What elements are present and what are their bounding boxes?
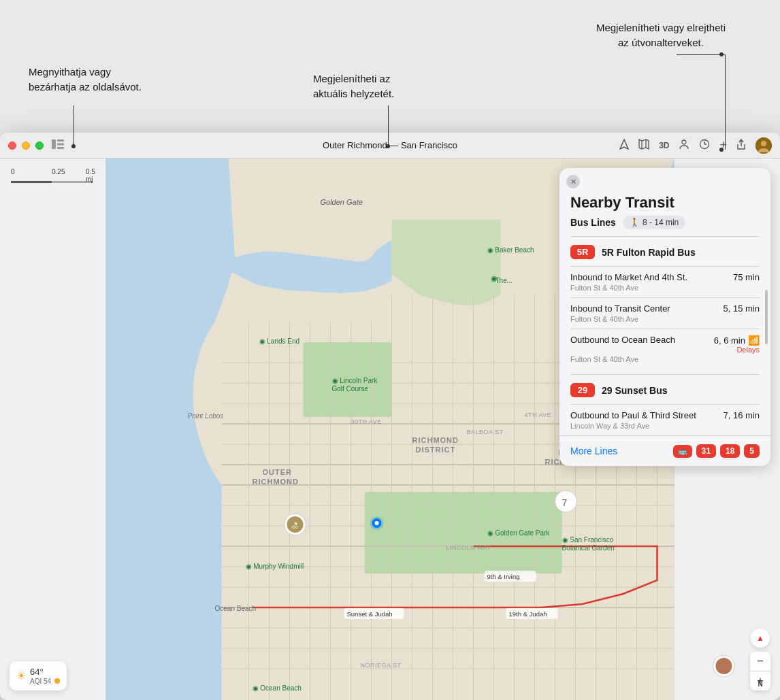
bus-29-header: 29 29 Sunset Bus — [570, 383, 760, 397]
route-item-29-1[interactable]: Outbound to Paul & Third Street 7, 16 mi… — [570, 404, 760, 435]
routes-annotation: Megjelenítheti vagy elrejtheti az útvona… — [596, 20, 726, 50]
svg-text:NORIEGA ST: NORIEGA ST — [361, 662, 402, 669]
panel-content[interactable]: 5R 5R Fulton Rapid Bus Inbound to Market… — [559, 237, 770, 466]
share-button[interactable] — [736, 139, 746, 152]
bus-line-29-section: 29 29 Sunset Bus Outbound to Paul & Thir… — [559, 375, 770, 435]
weather-aqi: AQI 54 — [30, 678, 60, 685]
add-button[interactable]: + — [719, 138, 727, 152]
maximize-button[interactable] — [35, 141, 44, 150]
routes-dot — [719, 52, 724, 56]
svg-marker-4 — [620, 139, 628, 149]
route-row-29-1: Outbound to Paul & Third Street 7, 16 mi… — [570, 410, 760, 420]
route-row-3: Outbound to Ocean Beach 6, 6 min 📶 Delay… — [570, 335, 760, 354]
svg-point-98 — [716, 658, 732, 674]
svg-point-91 — [375, 521, 379, 525]
sidebar-toggle-button[interactable] — [52, 139, 64, 151]
svg-text:Botanical Garden: Botanical Garden — [562, 544, 615, 552]
more-badge-31[interactable]: 31 — [696, 444, 716, 458]
minimize-button[interactable] — [22, 141, 30, 150]
walk-time-badge: 🚶 8 - 14 min — [623, 216, 685, 229]
svg-text:The...: The... — [495, 277, 513, 284]
map-view-button[interactable] — [638, 139, 649, 152]
user-avatar[interactable] — [755, 137, 772, 154]
zoom-minus-button[interactable]: − — [750, 652, 770, 671]
more-lines-section[interactable]: More Lines 🚌 31 18 5 — [559, 435, 770, 466]
svg-text:9th & Irving: 9th & Irving — [487, 573, 520, 580]
svg-text:Golf Course: Golf Course — [332, 385, 369, 393]
route-dest-29-1: Outbound to Paul & Third Street — [570, 410, 724, 420]
route-time-2: 5, 15 min — [724, 303, 760, 314]
svg-rect-2 — [57, 144, 64, 146]
svg-text:DISTRICT: DISTRICT — [416, 446, 456, 454]
route-item-1[interactable]: Inbound to Market And 4th St. 75 min Ful… — [570, 266, 760, 297]
more-badge-5[interactable]: 5 — [744, 444, 760, 458]
panel-scroll-indicator — [765, 290, 768, 344]
location-button[interactable] — [619, 139, 629, 152]
scale-label-2: 0.5 mi — [86, 168, 95, 183]
route-dest-2: Inbound to Transit Center — [570, 303, 724, 314]
svg-text:◉ Lincoln Park: ◉ Lincoln Park — [332, 377, 378, 384]
titlebar-actions: 3D + — [619, 137, 772, 154]
delay-label: Delays — [736, 346, 760, 354]
weather-temperature: 64° — [30, 667, 60, 677]
location-annotation: Megjelenítheti az aktuális helyzetét. — [313, 71, 394, 101]
panel-header: Nearby Transit Bus Lines 🚶 8 - 14 min — [559, 173, 770, 237]
window-title: Outer Richmond — San Francisco — [323, 140, 457, 150]
panel-subtitle-row: Bus Lines 🚶 8 - 14 min — [570, 216, 760, 229]
svg-text:◉ Murphy Windmill: ◉ Murphy Windmill — [246, 563, 304, 570]
people-button[interactable] — [679, 139, 689, 152]
bus-icon-badge: 🚌 — [673, 445, 692, 458]
svg-text:🏖: 🏖 — [291, 522, 298, 529]
scale-label-1: 0.25 — [52, 168, 65, 176]
svg-rect-0 — [52, 139, 56, 149]
svg-text:Golden Gate: Golden Gate — [321, 198, 363, 206]
route-stop-2: Fulton St & 40th Ave — [570, 315, 760, 323]
weather-widget: ☀ 64° AQI 54 — [10, 661, 67, 690]
bus-icon: 🚌 — [678, 447, 687, 456]
map-navigation: ▲ N − + — [750, 629, 770, 690]
scale-bar: 0 0.25 0.5 mi — [11, 168, 93, 183]
transit-panel: ✕ Nearby Transit Bus Lines 🚶 8 - 14 min — [559, 168, 770, 466]
routes-annotation-hline — [677, 54, 726, 55]
three-d-button[interactable]: 3D — [659, 141, 669, 150]
more-badge-18[interactable]: 18 — [720, 444, 740, 458]
time-button[interactable] — [699, 139, 710, 152]
svg-text:LINCOLN WAY: LINCOLN WAY — [446, 544, 492, 551]
traffic-lights — [8, 141, 44, 150]
scale-line — [11, 181, 93, 183]
svg-point-14 — [761, 141, 766, 146]
map-container[interactable]: Golden Gate ◉ The... ◉ Baker Beach ◉ Pre… — [0, 159, 780, 700]
walk-icon: 🚶 — [630, 218, 640, 227]
route-item-2[interactable]: Inbound to Transit Center 5, 15 min Fult… — [570, 297, 760, 329]
svg-text:◉ Baker Beach: ◉ Baker Beach — [487, 246, 534, 254]
more-lines-label[interactable]: More Lines — [570, 446, 668, 456]
panel-title: Nearby Transit — [570, 194, 760, 212]
panel-close-button[interactable]: ✕ — [566, 175, 580, 188]
sidebar-annotation: Megnyithatja vagy bezárhatja az oldalsáv… — [29, 65, 142, 95]
svg-text:◉ Golden Gate Park: ◉ Golden Gate Park — [487, 529, 551, 537]
route-stop-3: Fulton St & 40th Ave — [570, 355, 760, 363]
svg-text:◉ San Francisco: ◉ San Francisco — [562, 536, 614, 544]
bus-5r-badge: 5R — [570, 245, 595, 259]
svg-text:Ocean Beach: Ocean Beach — [215, 605, 257, 612]
delay-signal-icon: 📶 — [748, 335, 760, 346]
route-time-29-1: 7, 16 min — [724, 410, 760, 420]
north-arrow: ▲ N — [751, 629, 770, 648]
svg-text:◉ Lands End: ◉ Lands End — [259, 337, 300, 345]
weather-info: 64° AQI 54 — [30, 667, 60, 685]
svg-text:RICHMOND: RICHMOND — [253, 478, 299, 486]
route-dest-1: Inbound to Market And 4th St. — [570, 272, 733, 282]
route-stop-29-1: Lincoln Way & 33rd Ave — [570, 422, 760, 430]
route-row-1: Inbound to Market And 4th St. 75 min — [570, 272, 760, 282]
close-button[interactable] — [8, 141, 16, 150]
panel-subtitle: Bus Lines — [570, 217, 616, 228]
bus-5r-name: 5R Fulton Rapid Bus — [602, 247, 696, 258]
app-window: Outer Richmond — San Francisco 3D + — [0, 133, 780, 700]
annotations-area: Megnyithatja vagy bezárhatja az oldalsáv… — [0, 0, 780, 143]
route-item-3[interactable]: Outbound to Ocean Beach 6, 6 min 📶 Delay… — [570, 329, 760, 369]
svg-text:Point Lobos: Point Lobos — [188, 412, 224, 420]
svg-text:RICHMOND: RICHMOND — [412, 436, 459, 444]
svg-text:19th & Judah: 19th & Judah — [509, 610, 547, 618]
more-badges-container: 🚌 31 18 5 — [673, 444, 760, 458]
route-dest-3: Outbound to Ocean Beach — [570, 335, 714, 345]
